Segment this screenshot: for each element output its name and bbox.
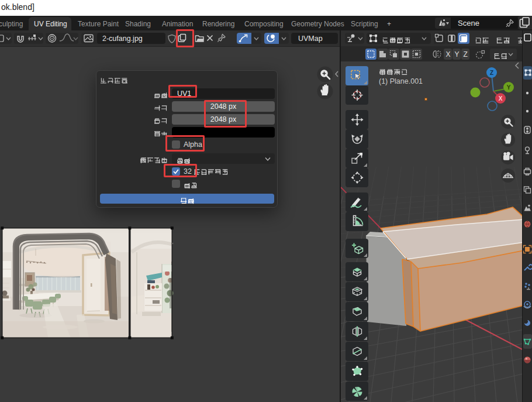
svg-text:Z: Z bbox=[490, 70, 493, 76]
svg-text:X: X bbox=[499, 95, 503, 102]
svg-text:Y: Y bbox=[507, 84, 511, 91]
